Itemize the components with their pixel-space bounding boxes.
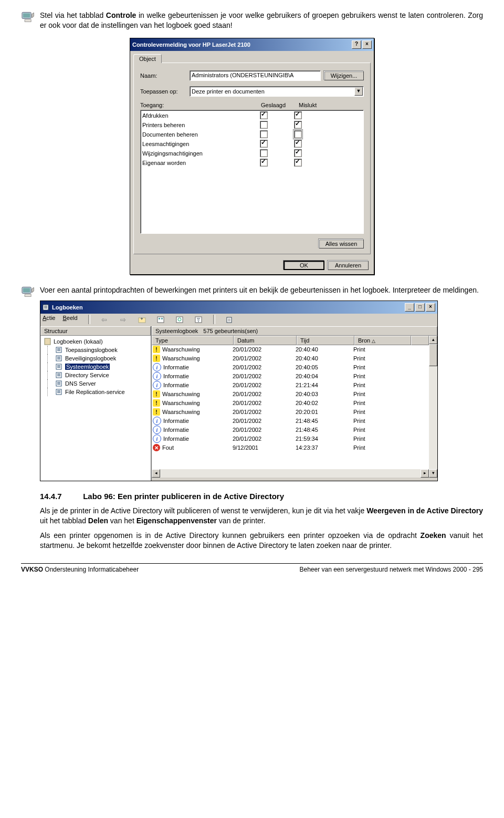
tree-item[interactable]: DNS Server — [42, 379, 149, 388]
dialog-titlebar[interactable]: Controlevermelding voor HP LaserJet 2100… — [130, 38, 374, 51]
menu-view[interactable]: Beeld — [62, 315, 77, 325]
table-row[interactable]: iInformatie20/01/200221:59:34Print — [152, 434, 429, 443]
col-type[interactable]: Type — [152, 336, 234, 345]
cell-time: 21:48:45 — [296, 427, 353, 433]
cell-time: 20:40:04 — [296, 373, 353, 379]
table-row[interactable]: iInformatie20/01/200220:40:05Print — [152, 363, 429, 372]
footer-left: VVKSO Ondersteuning Informaticabeheer — [21, 566, 139, 573]
checkbox-success[interactable] — [260, 111, 268, 119]
checkbox-failed[interactable] — [294, 130, 302, 138]
export-icon[interactable] — [224, 315, 235, 325]
permission-row: Leesmachtigingen — [142, 139, 362, 149]
scroll-left-icon[interactable]: ◂ — [152, 469, 160, 478]
tree-root[interactable]: Logboeken (lokaal) — [42, 337, 149, 346]
scrollbar-h[interactable]: ◂ ▸ — [152, 469, 429, 478]
list-header: Systeemlogboek 575 gebeurtenis(sen) — [152, 326, 437, 336]
refresh-icon[interactable] — [174, 315, 186, 325]
hdr-success: Geslaagd — [261, 102, 299, 108]
table-header[interactable]: Type Datum Tijd Bron △ — [152, 336, 429, 345]
window-titlebar[interactable]: Logboeken _ □ × — [40, 301, 437, 314]
tree-item[interactable]: Beveiligingslogboek — [42, 354, 149, 363]
table-row[interactable]: iInformatie20/01/200221:21:44Print — [152, 381, 429, 390]
tree-item[interactable]: Toepassingslogboek — [42, 346, 149, 354]
cell-date: 9/12/2001 — [233, 444, 296, 451]
tab-object[interactable]: Object — [133, 54, 162, 63]
clear-all-button[interactable]: Alles wissen — [319, 239, 364, 248]
permission-name: Printers beheren — [142, 122, 260, 128]
label-applyto: Toepassen op: — [140, 88, 190, 95]
tree-item[interactable]: File Replication-service — [42, 388, 149, 396]
table-row[interactable]: !Waarschuwing20/01/200220:40:40Print — [152, 345, 429, 354]
cancel-button[interactable]: Annuleren — [328, 261, 369, 270]
cell-type: Informatie — [163, 418, 189, 424]
checkbox-failed[interactable] — [294, 121, 302, 129]
table-row[interactable]: iInformatie20/01/200221:48:45Print — [152, 417, 429, 426]
table-row[interactable]: !Waarschuwing20/01/200220:20:01Print — [152, 408, 429, 417]
tree-item[interactable]: Directory Service — [42, 371, 149, 379]
change-button[interactable]: Wijzigen... — [324, 71, 364, 80]
close-button[interactable]: × — [426, 303, 435, 312]
hdr-access: Toegang: — [140, 102, 261, 108]
tree-item[interactable]: Systeemlogboek — [42, 363, 149, 371]
forward-icon[interactable]: ⇨ — [118, 315, 129, 325]
cell-type: Waarschuwing — [162, 409, 200, 415]
ok-button[interactable]: OK — [284, 261, 324, 270]
table-body[interactable]: !Waarschuwing20/01/200220:40:40Print!Waa… — [152, 345, 429, 469]
scroll-down-icon[interactable]: ▾ — [429, 469, 437, 478]
permission-row: Afdrukken — [142, 111, 362, 120]
col-source[interactable]: Bron △ — [354, 336, 411, 345]
tree-header: Structuur — [40, 326, 151, 336]
back-icon[interactable]: ⇦ — [99, 315, 110, 325]
checkbox-success[interactable] — [260, 121, 268, 129]
cell-type: Informatie — [163, 427, 189, 433]
scroll-thumb[interactable] — [429, 344, 437, 366]
info-icon: i — [153, 381, 161, 389]
cell-source: Print — [353, 364, 410, 370]
checkbox-failed[interactable] — [294, 159, 302, 167]
up-icon[interactable] — [136, 315, 148, 325]
checkbox-success[interactable] — [260, 159, 268, 167]
computer-icon — [21, 11, 36, 23]
svg-rect-8 — [44, 307, 47, 307]
filter-icon[interactable] — [193, 315, 205, 325]
help-button[interactable]: ? — [352, 40, 361, 49]
table-row[interactable]: iInformatie20/01/200220:40:04Print — [152, 372, 429, 381]
menubar[interactable]: Actie Beeld ⇦ ⇨ — [40, 314, 437, 326]
scrollbar-v[interactable]: ▴ ▾ — [429, 336, 437, 478]
svg-rect-42 — [57, 392, 60, 393]
cell-source: Print — [353, 409, 410, 415]
col-time[interactable]: Tijd — [297, 336, 354, 345]
scroll-right-icon[interactable]: ▸ — [421, 469, 429, 478]
svg-rect-26 — [57, 359, 60, 359]
table-row[interactable]: !Waarschuwing20/01/200220:40:02Print — [152, 399, 429, 408]
name-field[interactable]: Administrators (ONDERSTEUNINGIB\A — [190, 70, 321, 81]
instruction-paragraph-2: Voer een aantal printopdrachten of bewer… — [40, 285, 483, 295]
checkbox-failed[interactable] — [294, 149, 302, 157]
scroll-up-icon[interactable]: ▴ — [429, 336, 437, 344]
minimize-button[interactable]: _ — [405, 303, 414, 312]
applyto-dropdown[interactable]: Deze printer en documenten ▼ — [190, 86, 364, 97]
checkbox-success[interactable] — [260, 130, 268, 138]
checkbox-failed[interactable] — [294, 140, 302, 148]
tree[interactable]: Logboeken (lokaal) ToepassingslogboekBev… — [40, 336, 151, 481]
cell-source: Print — [353, 444, 410, 451]
checkbox-success[interactable] — [260, 140, 268, 148]
chevron-down-icon[interactable]: ▼ — [354, 87, 363, 96]
checkbox-failed[interactable] — [294, 111, 302, 119]
table-row[interactable]: ✕Fout9/12/200114:23:37Print — [152, 443, 429, 452]
table-row[interactable]: !Waarschuwing20/01/200220:40:40Print — [152, 354, 429, 363]
cell-time: 21:48:45 — [296, 418, 353, 424]
menu-action[interactable]: Actie — [43, 315, 55, 325]
table-row[interactable]: !Waarschuwing20/01/200220:40:03Print — [152, 390, 429, 399]
cell-type: Waarschuwing — [162, 391, 200, 397]
maximize-button[interactable]: □ — [415, 303, 425, 312]
properties-icon[interactable] — [155, 315, 167, 325]
cell-time: 21:59:34 — [296, 436, 353, 442]
warning-icon: ! — [153, 399, 160, 407]
cell-source: Print — [353, 391, 410, 397]
table-row[interactable]: iInformatie20/01/200221:48:45Print — [152, 426, 429, 434]
cell-date: 20/01/2002 — [233, 373, 296, 379]
checkbox-success[interactable] — [260, 149, 268, 157]
close-button[interactable]: × — [362, 40, 372, 49]
col-date[interactable]: Datum — [234, 336, 297, 345]
